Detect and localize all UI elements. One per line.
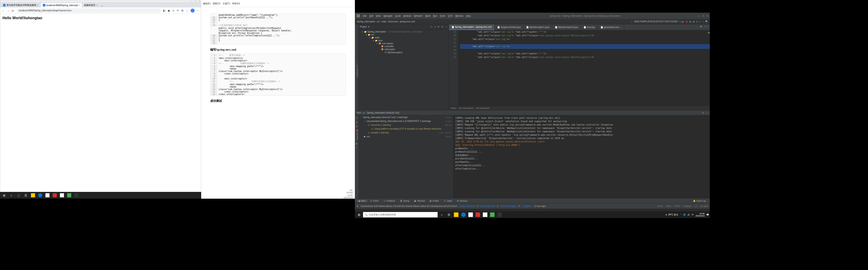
app-icon[interactable] [482, 212, 488, 217]
window-minimize-button[interactable]: — [698, 15, 700, 17]
app-icon[interactable] [475, 212, 481, 217]
stop-icon[interactable]: ■ [356, 121, 358, 124]
weather-widget[interactable]: ☀ 28°C 多云 [665, 213, 678, 216]
profile-icon[interactable]: ◉ [693, 20, 695, 23]
editor-tab[interactable]: 📄generated-sour… [598, 24, 624, 30]
menu-refactor[interactable]: Refactor [413, 15, 424, 17]
editor-tab[interactable]: 📄Targetcontroller.java [495, 24, 524, 30]
menu-help[interactable]: Help [465, 15, 472, 17]
rerun-icon[interactable]: ⟳ [356, 117, 358, 119]
expand-icon[interactable]: ✥ [438, 26, 439, 28]
tree-node[interactable]: ▾📁 Spring_interceptorC:\ideaU\spring\spr… [359, 30, 449, 33]
bottom-tab-spring[interactable]: 🍃Spring [398, 200, 411, 202]
status-line-sep[interactable]: CRLF [666, 205, 671, 207]
crumb[interactable]: beans [451, 107, 456, 109]
menu-view[interactable]: View [375, 15, 382, 17]
app-icon[interactable] [30, 193, 36, 198]
taskbar-search-input[interactable]: 🔍 在这里输入你要搜索的内容 [363, 212, 438, 217]
tree-node[interactable]: ▾📁 main [359, 36, 449, 39]
url-input[interactable]: localhost:8080/Spring_interceptor/target… [17, 8, 161, 13]
extension-icon[interactable]: ⬚ [186, 9, 188, 12]
hide-icon[interactable]: — [445, 26, 447, 28]
project-tree[interactable]: ▾📁 Spring_interceptorC:\ideaU\spring\spr… [359, 29, 449, 55]
window-close-button[interactable]: × [199, 0, 200, 2]
window-maximize-button[interactable]: □ [195, 0, 196, 2]
breadcrumb-item[interactable]: src [377, 20, 380, 23]
gear-icon[interactable]: ⚙ [702, 111, 704, 114]
app-icon[interactable] [52, 193, 58, 198]
left-toolwindow-stripe[interactable]: 1: Project [355, 24, 359, 110]
window-minimize-button[interactable]: — [191, 0, 192, 2]
breadcrumb-item[interactable]: main [381, 20, 386, 23]
bottom-tab-build[interactable]: 🔨Build [442, 200, 454, 202]
coverage-icon[interactable]: ◧ [689, 20, 691, 23]
left-stripe-favorites[interactable]: Favorites [355, 131, 359, 141]
editor-tab[interactable]: 📄error.jsp [581, 24, 598, 30]
run-build-tree[interactable]: ✓ Spring_interceptor [tomcat7:run]: 2 wa… [359, 115, 454, 198]
back-icon[interactable]: ← [2, 9, 5, 12]
menu-theme[interactable]: 主题(T) [223, 2, 230, 5]
menu-analyze[interactable]: Analyze [402, 15, 413, 17]
download-configure-link[interactable]: Configure... [522, 205, 532, 207]
stop-icon[interactable]: ■ [696, 20, 698, 23]
tray-ime-icon[interactable]: 中 [692, 213, 694, 216]
minimap[interactable] [708, 30, 710, 34]
app-icon[interactable] [37, 193, 43, 198]
refresh-icon[interactable]: ⟳ [11, 9, 15, 12]
menu-build[interactable]: Build [424, 15, 432, 17]
menu-file[interactable]: File [362, 15, 368, 17]
menu-edit[interactable]: Edit [368, 15, 375, 17]
browser-tab[interactable]: localhost:8080/Spring_intercept × [41, 3, 82, 7]
browser-tab[interactable]: 黑马程序员最全SSM框架教程 × [1, 3, 40, 7]
chevron-down-icon[interactable]: ▾ [368, 26, 369, 28]
reader-mode-icon[interactable]: ◩ [700, 25, 702, 28]
editor-body[interactable]: 2930313233343536 "xml-attr">class="xml-t… [449, 30, 710, 106]
hide-icon[interactable]: — [706, 111, 708, 114]
tree-node[interactable]: ▾📦 com.taotao [359, 42, 449, 45]
download-always-link[interactable]: Always download [460, 205, 475, 207]
menu-view[interactable]: 视图(V) [213, 2, 220, 5]
run-tree-item[interactable]: ⚠ resources 1 warning535 ms [359, 123, 453, 127]
run-tree-item[interactable]: ⚠ compile 1 warning1 sec, 471 ms [359, 131, 453, 135]
gear-icon[interactable]: ⚙ [441, 26, 443, 28]
debug-icon[interactable]: 🐞 [685, 20, 688, 23]
profile-avatar-icon[interactable] [191, 8, 195, 13]
git-update-icon[interactable]: ↙ [699, 20, 701, 23]
breadcrumb-item[interactable]: resources [388, 20, 398, 23]
editor-tab[interactable]: 📄MyInterceptor2.java [552, 24, 581, 30]
inspect-icon[interactable]: ✓ [707, 25, 708, 28]
tree-node[interactable]: 📦 interceptor [359, 48, 449, 51]
status-indent[interactable]: 4 spaces [683, 205, 691, 207]
clear-icon[interactable]: 🗑 [355, 142, 358, 145]
status-theme[interactable]: Arc Dark [700, 205, 708, 207]
editor-tab[interactable]: 📄Spring_interceptor\...\spring-mvc.xml [449, 24, 495, 30]
app-icon[interactable] [66, 193, 72, 198]
breadcrumb-item[interactable]: Spring_interceptor [357, 20, 375, 23]
left-stripe-structure[interactable]: Structure [355, 68, 359, 78]
breadcrumb-item[interactable]: spring-mvc.xml [400, 20, 415, 23]
bottom-tab-run[interactable]: ▶Run [357, 200, 368, 202]
taskview-icon[interactable]: ☰ [23, 193, 29, 198]
taskbar-clock[interactable]: 16:36 2022/4/23 [695, 212, 705, 217]
app-icon[interactable] [453, 212, 459, 217]
app-icon[interactable] [467, 212, 474, 217]
run-tree-item[interactable]: ⚠ Using platform encoding (UTF-8 actuall… [359, 127, 453, 131]
app-icon[interactable] [460, 212, 467, 217]
extension-icon[interactable]: ⊙ [172, 9, 175, 12]
tab-close-icon[interactable]: × [37, 4, 39, 6]
toggle-icon[interactable]: ⇄ [356, 125, 358, 128]
bottom-tab-services[interactable]: ⚙Services [455, 200, 470, 202]
collapse-icon[interactable]: ⇥ [434, 26, 436, 28]
build-icon[interactable]: ⤓ [631, 20, 633, 23]
menu-icon[interactable]: ⋯ [197, 9, 199, 12]
browser-tab[interactable]: 新建标签页 × [82, 3, 99, 7]
menu-edit[interactable]: 编辑(E) [203, 2, 211, 5]
event-log-tab[interactable]: 🔔 Event Log [691, 200, 708, 202]
menu-window[interactable]: Window [454, 15, 465, 17]
bottom-tab-profiler[interactable]: ◉Profiler [428, 200, 441, 202]
tree-node[interactable]: Ⓒ MyInterceptor1 [359, 51, 449, 54]
app-icon[interactable] [489, 212, 495, 217]
locate-icon[interactable]: ⊙ [430, 26, 432, 28]
run-icon[interactable]: ▶ [682, 20, 684, 23]
run-console[interactable]: [INFO] Loading XML bean definitions from… [454, 115, 710, 198]
